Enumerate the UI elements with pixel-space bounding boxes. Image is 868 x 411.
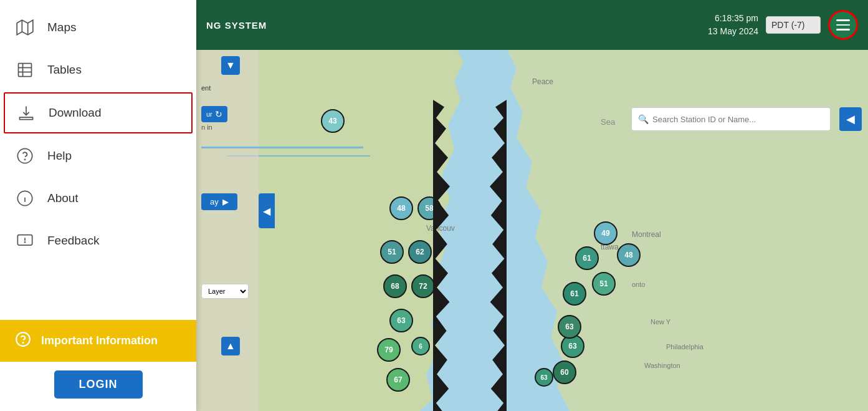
help-icon [15,146,35,166]
svg-text:Philadelphia: Philadelphia [666,343,704,351]
search-bar: 🔍 [631,107,831,131]
sidebar-item-about[interactable]: About [0,177,196,220]
collapse-right-button[interactable]: ◀ [839,107,862,131]
about-icon [15,188,35,208]
refresh-button[interactable]: ur ↻ [201,106,227,122]
station-bubble-51[interactable]: 51 [380,240,404,264]
sidebar-item-about-label: About [47,191,79,205]
sidebar-item-download-label: Download [49,106,102,120]
refresh-icon: ↻ [215,109,222,119]
login-button[interactable]: LOGIN [54,370,143,399]
station-bubble-48b[interactable]: 48 [617,243,641,267]
sidebar-item-download[interactable]: Download [4,92,193,133]
download-icon [16,103,36,123]
station-bubble-68[interactable]: 68 [383,274,407,298]
svg-text:Peace: Peace [532,77,553,86]
svg-point-8 [24,159,25,160]
left-panel-info: ent [201,84,257,92]
collapse-left-arrow[interactable]: ◀ [259,193,275,228]
station-bubble-6y[interactable]: 63 [535,368,553,387]
header-right: 6:18:35 pm 13 May 2024 PDT (-7) UTC EST … [708,10,858,40]
chevron-right-icon: ▶ [222,197,229,206]
sidebar-item-maps-label: Maps [47,21,76,34]
station-bubble-43[interactable]: 43 [321,109,345,133]
header-time: 6:18:35 pm [708,12,758,25]
sidebar-nav: Maps Tables Download [0,0,196,320]
map-area: NG SYSTEM 6:18:35 pm 13 May 2024 PDT (-7… [196,0,868,411]
important-info-label: Important Information [41,334,158,347]
station-bubble-79[interactable]: 79 [377,338,401,362]
station-bubble-63a[interactable]: 63 [389,309,413,332]
sidebar-item-feedback-label: Feedback [47,234,99,248]
scroll-up-arrow[interactable]: ▲ [221,337,240,355]
divider-line [201,147,363,148]
svg-point-14 [24,242,25,243]
sidebar-item-maps[interactable]: Maps [0,6,196,49]
search-icon: 🔍 [638,114,649,124]
sidebar-item-feedback[interactable]: Feedback [0,220,196,262]
station-bubble-49[interactable]: 49 [594,221,618,245]
sidebar: Maps Tables Download [0,0,196,411]
station-bubble-48[interactable]: 48 [389,196,413,220]
timezone-select[interactable]: PDT (-7) UTC EST (-5) [766,16,821,34]
header-title: NG SYSTEM [206,20,267,31]
sidebar-item-help[interactable]: Help [0,135,196,177]
day-nav-button[interactable]: ay ▶ [201,193,237,210]
sidebar-item-tables[interactable]: Tables [0,49,196,91]
svg-point-16 [22,342,23,343]
svg-marker-0 [17,20,33,34]
station-bubble-6x[interactable]: 6 [411,337,430,355]
svg-text:Vancouv: Vancouv [426,224,455,233]
station-bubble-61a[interactable]: 61 [575,246,599,270]
svg-text:Sea: Sea [601,117,616,127]
important-info-icon [15,331,31,351]
header-date: 13 May 2024 [708,25,758,38]
station-bubble-72[interactable]: 72 [411,274,435,298]
svg-text:Washington: Washington [644,362,680,369]
refresh-control: ur ↻ [201,106,227,122]
sidebar-bottom: Important Information LOGIN [0,320,196,411]
feedback-icon [15,231,35,251]
left-panel-overlay [196,50,259,411]
svg-text:Montreal: Montreal [632,230,661,239]
station-bubble-63c[interactable]: 63 [558,315,581,339]
layer-dropdown[interactable]: Layer [201,284,249,299]
maps-icon [15,17,35,37]
scroll-down-arrow[interactable]: ▼ [221,56,240,75]
tables-icon [15,60,35,80]
sidebar-item-help-label: Help [47,149,72,163]
station-bubble-51b[interactable]: 51 [592,272,616,296]
layer-select[interactable]: Layer [201,284,249,299]
zoom-info: n in [201,123,212,131]
svg-point-7 [17,148,32,163]
svg-rect-3 [19,64,32,77]
search-input[interactable] [652,115,824,124]
header-bar: NG SYSTEM 6:18:35 pm 13 May 2024 PDT (-7… [196,0,868,50]
menu-button[interactable] [828,10,858,40]
important-info-button[interactable]: Important Information [0,320,196,362]
map-svg: Sea Peace ttawa Montreal onto New Y Phil… [196,50,868,411]
svg-text:New Y: New Y [651,318,671,326]
sidebar-item-tables-label: Tables [47,63,82,77]
station-bubble-67[interactable]: 67 [386,368,410,392]
station-bubble-62[interactable]: 62 [408,240,432,264]
station-bubble-61b[interactable]: 61 [563,282,586,306]
station-bubble-60[interactable]: 60 [553,360,576,384]
datetime-block: 6:18:35 pm 13 May 2024 [708,12,758,38]
map-background[interactable]: Sea Peace ttawa Montreal onto New Y Phil… [196,50,868,411]
svg-text:onto: onto [632,281,645,288]
